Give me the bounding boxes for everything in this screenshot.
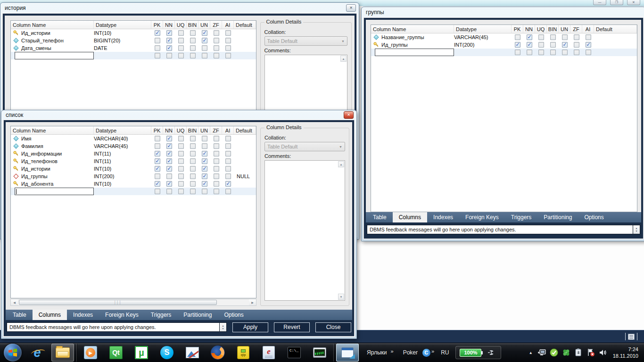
nn-checkbox[interactable] [166, 189, 172, 194]
new-column-row[interactable] [371, 49, 637, 56]
datatype-cell[interactable]: INT(11) [94, 151, 151, 156]
column-header-bin[interactable]: BIN [187, 126, 198, 134]
bin-checkbox[interactable] [550, 42, 556, 48]
ai-checkbox[interactable] [225, 143, 231, 149]
tab-options[interactable]: Options [578, 212, 610, 222]
nn-checkbox[interactable] [166, 136, 172, 141]
bin-checkbox[interactable] [190, 181, 196, 187]
bin-checkbox[interactable] [190, 166, 196, 172]
taskbar-item-qt-creator[interactable]: Qt [105, 344, 127, 362]
chevron-icon[interactable]: » [391, 348, 394, 354]
nn-checkbox[interactable] [166, 45, 172, 51]
ai-checkbox[interactable] [225, 38, 231, 43]
ai-checkbox[interactable] [225, 53, 231, 58]
zf-checkbox[interactable] [214, 181, 219, 187]
collation-dropdown[interactable]: Table Default ▼ [264, 142, 345, 151]
ai-checkbox[interactable] [225, 136, 231, 141]
collation-dropdown[interactable]: Table Default ▼ [264, 36, 347, 46]
column-header-uq[interactable]: UQ [175, 21, 187, 29]
tab-foreign-keys[interactable]: Foreign Keys [459, 212, 505, 222]
minimize-icon[interactable]: — [593, 0, 606, 5]
scroll-right-icon[interactable]: ▶ [249, 299, 256, 305]
uq-checkbox[interactable] [178, 136, 184, 141]
start-button[interactable] [4, 344, 22, 362]
default-cell[interactable]: NULL [234, 173, 256, 179]
column-name-cell[interactable]: Название_группы [371, 34, 454, 40]
un-checkbox[interactable] [202, 38, 207, 43]
pk-checkbox[interactable] [155, 181, 160, 187]
uq-checkbox[interactable] [178, 158, 184, 164]
datatype-cell[interactable]: VARCHAR(45) [94, 143, 151, 149]
column-header-column-name[interactable]: Column Name [11, 126, 94, 134]
nn-checkbox[interactable] [166, 158, 172, 164]
taskbar-item-paint[interactable] [181, 344, 204, 362]
bin-checkbox[interactable] [190, 173, 196, 179]
bin-checkbox[interactable] [190, 151, 196, 156]
column-header-zf[interactable]: ZF [570, 25, 582, 33]
taskbar-item-firefox[interactable] [206, 344, 229, 362]
ai-checkbox[interactable] [586, 49, 591, 55]
uq-checkbox[interactable] [178, 166, 184, 172]
uq-checkbox[interactable] [538, 42, 544, 48]
column-header-pk[interactable]: PK [151, 21, 163, 29]
taskbar-item-e-document[interactable]: e [257, 344, 280, 362]
taskbar-item-mysql-workbench[interactable] [336, 344, 359, 362]
column-header-un[interactable]: UN [559, 25, 570, 33]
titlebar[interactable]: группы [362, 7, 644, 17]
nn-checkbox[interactable] [166, 151, 172, 156]
un-checkbox[interactable] [202, 136, 207, 141]
column-header-datatype[interactable]: Datatype [94, 126, 151, 134]
new-column-row[interactable] [11, 52, 256, 59]
column-header-nn[interactable]: NN [163, 126, 175, 134]
tab-options[interactable]: Options [218, 310, 249, 320]
column-header-ai[interactable]: AI [222, 21, 234, 29]
bin-checkbox[interactable] [190, 30, 196, 36]
toolbar-shortcuts-label[interactable]: Ярлыки [367, 349, 387, 356]
column-name-cell[interactable]: Старый_телефон [11, 38, 94, 43]
zf-checkbox[interactable] [214, 38, 219, 43]
uq-checkbox[interactable] [178, 189, 184, 194]
datatype-cell[interactable]: INT(11) [94, 158, 151, 164]
column-name-cell[interactable]: Ид_телефонов [11, 158, 94, 164]
tab-table[interactable]: Table [367, 212, 393, 222]
feedback-spinner[interactable]: ▲ ▼ [633, 225, 640, 234]
zf-checkbox[interactable] [214, 151, 219, 156]
uq-checkbox[interactable] [178, 45, 184, 51]
column-header-default[interactable]: Default [234, 126, 256, 134]
un-checkbox[interactable] [202, 30, 207, 36]
nn-checkbox[interactable] [527, 34, 532, 40]
ai-checkbox[interactable] [225, 173, 231, 179]
horizontal-scrollbar[interactable]: ◀ │││ ▶ [10, 299, 256, 306]
close-icon[interactable]: ✕ [344, 111, 354, 119]
bin-checkbox[interactable] [190, 38, 196, 43]
pk-checkbox[interactable] [155, 158, 160, 164]
table-row[interactable]: Название_группыVARCHAR(45) [371, 33, 637, 41]
close-icon[interactable]: ✕ [346, 4, 356, 12]
un-checkbox[interactable] [202, 143, 207, 149]
network-icon[interactable] [537, 348, 546, 357]
clock[interactable]: 7:24 18.11.2010 [613, 346, 638, 359]
table-row[interactable]: Ид_историиINT(10) [11, 165, 256, 173]
table-row[interactable]: Ид_группыINT(200)NULL [11, 173, 256, 180]
un-checkbox[interactable] [202, 189, 207, 194]
revert-button[interactable]: Revert [274, 322, 310, 332]
scrollbar-thumb[interactable]: │││ [19, 300, 217, 305]
list-icon[interactable] [625, 333, 637, 340]
ai-checkbox[interactable] [225, 151, 231, 156]
un-checkbox[interactable] [562, 49, 568, 55]
column-name-cell[interactable]: Ид_информации [11, 151, 94, 156]
taskbar-item-utorrent[interactable]: µ [130, 344, 153, 362]
column-header-pk[interactable]: PK [512, 25, 523, 33]
tab-indexes[interactable]: Indexes [67, 310, 99, 320]
pk-checkbox[interactable] [515, 34, 520, 40]
uq-checkbox[interactable] [538, 49, 544, 55]
new-column-input[interactable] [15, 52, 94, 59]
table-row[interactable]: ФамилияVARCHAR(45) [11, 142, 256, 150]
datatype-cell[interactable]: VARCHAR(40) [94, 136, 151, 141]
zf-checkbox[interactable] [214, 143, 219, 149]
column-header-bin[interactable]: BIN [547, 25, 559, 33]
pk-checkbox[interactable] [515, 42, 520, 48]
table-row[interactable]: Ид_историиINT(10) [11, 29, 256, 37]
column-header-column-name[interactable]: Column Name [371, 25, 454, 33]
taskbar-item-skype[interactable]: S [156, 344, 178, 362]
